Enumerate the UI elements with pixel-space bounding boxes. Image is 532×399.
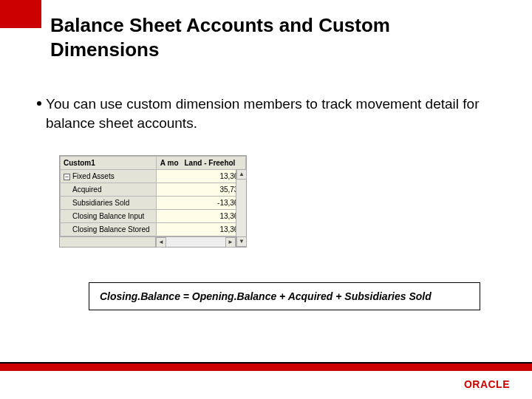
slide-title: Balance Sheet Accounts and Custom Dimens… [50,13,502,61]
collapse-icon[interactable]: − [64,174,70,180]
scrollbar-track[interactable] [166,237,225,247]
row-label: Closing Balance Stored [61,223,157,236]
table-row: Closing Balance Stored 13,366 [61,223,246,236]
row-value: 13,366 [157,170,246,183]
scrollbar-spacer [60,237,156,247]
brand-square [0,0,41,28]
bullet-text: You can use custom dimension members to … [46,95,488,132]
grid-corner-cell: Custom1 [61,157,157,170]
footer-divider [0,364,532,371]
row-value: 13,366 [157,210,246,223]
row-label: Closing Balance Input [61,210,157,223]
scroll-right-icon[interactable]: ► [225,237,236,248]
table-row: Closing Balance Input 13,366 [61,210,246,223]
formula-box: Closing.Balance = Opening.Balance + Acqu… [89,282,480,310]
dimension-grid: Custom1 A mo Land - Freehol −Fixed Asset… [59,155,247,248]
scroll-up-icon[interactable]: ▲ [236,169,247,180]
row-label: Acquired [61,183,157,197]
row-value: -13,366 [157,197,246,210]
scroll-down-icon[interactable]: ▼ [236,236,247,247]
table-row: Acquired 35,732 [61,183,246,197]
scroll-left-icon[interactable]: ◄ [156,237,166,248]
horizontal-scrollbar[interactable]: ◄ ► [60,236,246,247]
oracle-logo: ORACLE [464,378,510,390]
bullet-dot-icon [37,101,41,106]
grid-col-partial-left: A mo [157,157,182,170]
row-value: 35,732 [157,183,246,197]
table-row: −Fixed Assets 13,366 [61,170,246,183]
row-label: Subsidiaries Sold [61,197,157,210]
row-value: 13,366 [157,223,246,236]
bullet-item: You can use custom dimension members to … [37,95,488,132]
table-row: Subsidiaries Sold -13,366 [61,197,246,210]
grid-col-header: Land - Freehol [182,157,246,170]
row-label: −Fixed Assets [61,170,157,183]
vertical-scrollbar[interactable]: ▲ ▼ [236,169,246,247]
